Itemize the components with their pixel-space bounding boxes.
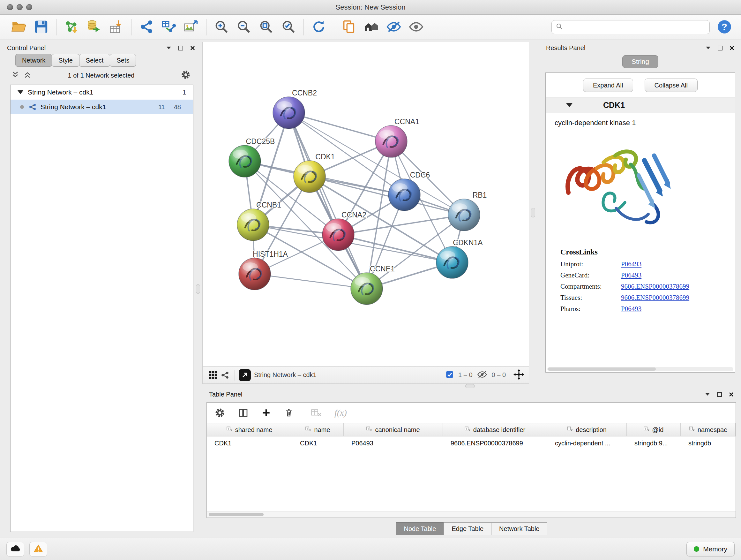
show-all-button[interactable] — [407, 17, 425, 37]
tab-select[interactable]: Select — [79, 54, 111, 67]
panel-close-icon[interactable] — [729, 392, 734, 397]
network-node-CCNA1[interactable]: CCNA1 — [375, 118, 419, 158]
memory-status-dot — [694, 546, 699, 552]
delete-table-button[interactable] — [311, 408, 322, 418]
help-button[interactable]: ? — [716, 18, 733, 36]
network-edge-count: 48 — [174, 104, 181, 111]
table-settings-gear-button[interactable] — [214, 408, 225, 418]
horizontal-splitter-handle[interactable] — [465, 384, 475, 388]
panel-close-icon[interactable] — [729, 45, 735, 51]
import-network-from-database-button[interactable] — [84, 17, 103, 37]
network-node-CDK1[interactable]: CDK1 — [293, 152, 335, 192]
network-node-CCNB1[interactable]: CCNB1 — [237, 201, 281, 241]
export-network-image-button[interactable] — [182, 17, 200, 37]
tab-string[interactable]: String — [622, 55, 658, 68]
expand-all-button[interactable]: Expand All — [583, 78, 633, 92]
new-network-from-table-button[interactable] — [159, 17, 178, 37]
save-session-button[interactable] — [32, 17, 51, 37]
zoom-selected-icon — [281, 19, 296, 35]
left-splitter-handle[interactable] — [196, 284, 200, 294]
network-node-HIST1H1A[interactable]: HIST1H1A — [239, 250, 288, 290]
network-options-gear-icon[interactable] — [181, 70, 191, 81]
panel-float-icon[interactable] — [717, 392, 722, 397]
column-header-description[interactable]: description — [547, 423, 627, 436]
hide-selected-button[interactable] — [385, 17, 403, 37]
network-node-count: 11 — [158, 104, 165, 111]
panel-float-icon[interactable] — [718, 45, 723, 51]
crosslink-value-link[interactable]: P06493 — [621, 271, 642, 279]
zoom-out-button[interactable] — [234, 17, 253, 37]
column-header-shared-name[interactable]: shared name — [207, 423, 292, 436]
tree-expand-caret-icon[interactable] — [17, 90, 23, 94]
column-header--id[interactable]: @id — [627, 423, 681, 436]
crosslink-value-link[interactable]: 9606.ENSP00000378699 — [621, 283, 689, 291]
table-horizontal-scrollbar[interactable] — [207, 511, 736, 517]
table-row[interactable]: CDK1CDK1P064939606.ENSP00000378699cyclin… — [207, 436, 736, 450]
open-in-browser-button[interactable] — [239, 369, 251, 381]
zoom-fit-button[interactable] — [257, 17, 275, 37]
section-collapse-caret-icon[interactable] — [566, 103, 572, 107]
birdseye-view-button[interactable] — [207, 370, 219, 380]
tab-network-table[interactable]: Network Table — [491, 522, 547, 535]
panel-menu-icon[interactable] — [166, 46, 172, 50]
tab-node-table[interactable]: Node Table — [396, 522, 444, 535]
string-network-icon — [28, 103, 37, 111]
tab-edge-table[interactable]: Edge Table — [444, 522, 491, 535]
crosslink-value-link[interactable]: 9606.ENSP00000378699 — [621, 294, 689, 302]
search-box[interactable] — [551, 20, 710, 34]
search-icon — [556, 23, 563, 32]
panel-menu-icon[interactable] — [704, 392, 711, 396]
crosslinks-title: CrossLinks — [560, 248, 735, 256]
tab-sets[interactable]: Sets — [110, 54, 136, 67]
add-column-button[interactable] — [261, 408, 271, 418]
column-header-name[interactable]: name — [292, 423, 344, 436]
panel-menu-icon[interactable] — [705, 46, 711, 50]
new-network-from-selection-button[interactable] — [137, 17, 156, 37]
right-splitter-handle[interactable] — [531, 208, 535, 217]
zoom-selected-button[interactable] — [279, 17, 298, 37]
panel-float-icon[interactable] — [178, 45, 184, 51]
crosslink-row: Tissues:9606.ENSP00000378699 — [560, 294, 735, 302]
network-row-label: String Network – cdk1 — [41, 103, 106, 111]
string-badge-button[interactable] — [219, 371, 231, 380]
network-collection-row[interactable]: String Network – cdk1 1 — [10, 85, 193, 100]
delete-column-button[interactable] — [284, 408, 293, 418]
import-network-from-file-button[interactable] — [62, 17, 81, 37]
crosslink-value-link[interactable]: P06493 — [621, 305, 642, 313]
refresh-view-button[interactable] — [310, 17, 328, 37]
selected-checkbox-icon[interactable] — [446, 370, 454, 380]
zoom-out-icon — [237, 19, 251, 35]
zoom-in-button[interactable] — [212, 17, 231, 37]
column-header-namespac[interactable]: namespac — [681, 423, 736, 436]
network-view[interactable]: CCNB2CCNA1CDC25BCDK1CDC6RB1CCNB1CCNA2CDK… — [202, 42, 529, 366]
tab-network[interactable]: Network — [15, 54, 52, 67]
column-header-database-identifier[interactable]: database identifier — [443, 423, 547, 436]
gene-section-header[interactable]: CDK1 — [546, 97, 735, 113]
results-horizontal-scrollbar[interactable] — [547, 367, 733, 371]
function-builder-button[interactable]: f(x) — [334, 408, 347, 418]
collapse-all-button[interactable]: Collapse All — [645, 78, 698, 92]
column-header-canonical-name[interactable]: canonical name — [344, 423, 443, 436]
search-input[interactable] — [566, 23, 705, 31]
database-icon — [86, 19, 102, 36]
show-columns-button[interactable] — [238, 408, 248, 418]
crosslink-value-link[interactable]: P06493 — [621, 260, 642, 268]
scrollbar-thumb[interactable] — [209, 513, 264, 516]
network-graph[interactable]: CCNB2CCNA1CDC25BCDK1CDC6RB1CCNB1CCNA2CDK… — [203, 42, 529, 366]
cloud-status-button[interactable] — [6, 542, 24, 557]
import-table-from-file-button[interactable] — [107, 17, 125, 37]
hidden-eye-slash-icon[interactable] — [477, 371, 487, 380]
home-button[interactable] — [362, 17, 381, 37]
scrollbar-thumb[interactable] — [548, 368, 656, 371]
tab-style[interactable]: Style — [52, 54, 79, 67]
network-node-CDC25B[interactable]: CDC25B — [229, 137, 275, 177]
duplicate-network-button[interactable] — [340, 17, 358, 37]
memory-button[interactable]: Memory — [686, 542, 735, 557]
network-row-selected[interactable]: String Network – cdk1 11 48 — [10, 100, 193, 114]
fit-selected-crosshair-icon[interactable] — [514, 369, 524, 381]
network-node-RB1[interactable]: RB1 — [448, 191, 487, 231]
network-node-CCNB2[interactable]: CCNB2 — [273, 89, 317, 129]
open-session-button[interactable] — [10, 17, 28, 37]
panel-close-icon[interactable] — [190, 45, 195, 51]
warnings-button[interactable] — [29, 542, 47, 557]
